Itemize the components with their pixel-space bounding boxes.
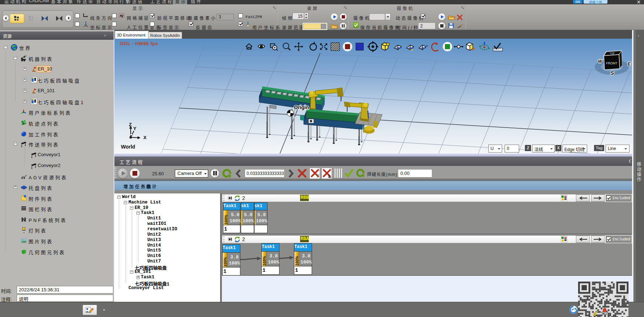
svg-text:E: E [628, 61, 631, 67]
svg-text:Origin: Origin [294, 104, 309, 110]
svg-text:100%: 100% [295, 256, 299, 266]
svg-text:100%: 100% [223, 257, 227, 267]
svg-text:FRONT: FRONT [606, 61, 617, 65]
svg-text:Y: Y [133, 126, 136, 131]
svg-text:100%: 100% [224, 214, 228, 224]
svg-text:W: W [598, 59, 603, 64]
svg-text:100%: 100% [262, 256, 266, 266]
svg-text:TOP: TOP [610, 52, 615, 55]
svg-text:World: World [121, 144, 135, 150]
svg-text:S: S [610, 70, 614, 76]
svg-text:Z: Z [129, 122, 132, 127]
svg-text:X: X [143, 135, 147, 140]
